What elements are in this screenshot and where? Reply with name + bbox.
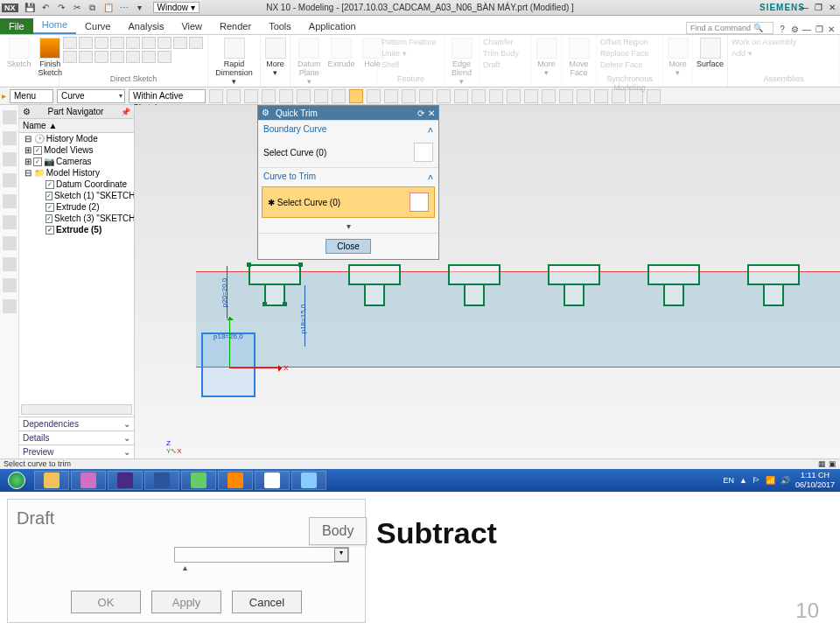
- tree-model-views[interactable]: ⊞ ✓ Model Views: [19, 144, 134, 156]
- rail-ic-3[interactable]: [3, 152, 17, 166]
- start-button[interactable]: [0, 469, 33, 492]
- add-label[interactable]: Add ▾: [732, 48, 836, 60]
- sel-ic-4[interactable]: [262, 89, 276, 103]
- qat-undo-icon[interactable]: ↶: [39, 2, 52, 14]
- edge-blend-button[interactable]: Edge Blend ▾: [448, 37, 475, 87]
- part-nav-preview[interactable]: Preview⌄: [19, 444, 134, 458]
- window-selector[interactable]: Window ▾: [153, 2, 200, 13]
- ribbon-help-icon[interactable]: ?: [777, 24, 788, 34]
- tab-curve[interactable]: Curve: [76, 18, 119, 34]
- taskbar-media[interactable]: [71, 471, 106, 490]
- trim-select-button[interactable]: [410, 192, 429, 212]
- rail-ic-6[interactable]: [3, 215, 17, 229]
- arc-icon[interactable]: [94, 37, 108, 49]
- sel-ic-15[interactable]: [454, 89, 468, 103]
- close-button[interactable]: Close: [326, 239, 371, 254]
- boundary-select-button[interactable]: [414, 143, 433, 162]
- sel-ic-11[interactable]: [384, 89, 398, 103]
- pattern-feature-label[interactable]: Pattern Feature: [382, 37, 440, 48]
- sel-ic-22[interactable]: [577, 89, 591, 103]
- rail-ic-4[interactable]: [3, 173, 17, 187]
- sel-ic-8[interactable]: [332, 89, 346, 103]
- more-sync-button[interactable]: More ▾: [667, 37, 689, 78]
- cancel-button[interactable]: Cancel: [232, 591, 302, 613]
- ribbon-options-icon[interactable]: ⚙: [789, 24, 800, 34]
- chamfer-label[interactable]: Chamfer: [483, 37, 528, 48]
- tray-lang[interactable]: EN: [724, 476, 735, 485]
- sel-ic-12[interactable]: [402, 89, 416, 103]
- sel-ic-19[interactable]: [524, 89, 538, 103]
- tab-analysis[interactable]: Analysis: [119, 18, 172, 34]
- part-nav-gear-icon[interactable]: ⚙: [23, 107, 31, 116]
- surface-button[interactable]: Surface: [696, 37, 724, 69]
- graphics-area[interactable]: ⚙ Quick Trim ⟳ ✕ Boundary Curveʌ Select …: [135, 105, 840, 458]
- collapse-caret[interactable]: ▾: [258, 220, 438, 233]
- trim1-icon[interactable]: [189, 37, 203, 49]
- sel-ic-16[interactable]: [472, 89, 486, 103]
- ok-button[interactable]: OK: [71, 591, 141, 613]
- qat-paste-icon[interactable]: 📋: [102, 2, 115, 14]
- sel-ic-18[interactable]: [507, 89, 521, 103]
- dialog-reset-icon[interactable]: ⟳: [417, 108, 424, 118]
- minimize-button[interactable]: —: [798, 3, 810, 12]
- close-button[interactable]: ✕: [826, 3, 838, 12]
- part-nav-col-name[interactable]: Name ▲: [19, 119, 134, 133]
- tree-history-mode[interactable]: ⊟ 🕑 History Mode: [19, 133, 134, 144]
- trim-body-label[interactable]: Trim Body: [483, 48, 528, 60]
- work-on-assembly-label[interactable]: Work on Assembly: [732, 37, 836, 48]
- rail-ic-8[interactable]: [3, 257, 17, 271]
- sel-ic-21[interactable]: [559, 89, 573, 103]
- taskbar-player[interactable]: [108, 471, 143, 490]
- taskbar-paint[interactable]: [291, 471, 326, 490]
- profile-icon[interactable]: [63, 37, 77, 49]
- taskbar-orange[interactable]: [218, 471, 253, 490]
- boundary-curve-header[interactable]: Boundary Curveʌ: [258, 120, 438, 137]
- menu-dropdown[interactable]: Menu ▾: [10, 89, 53, 103]
- draft-dropdown-icon[interactable]: ▾: [334, 548, 348, 562]
- rail-ic-5[interactable]: [3, 194, 17, 208]
- taskbar-green[interactable]: [181, 471, 216, 490]
- tree-model-history[interactable]: ⊟ 📁 Model History: [19, 167, 134, 178]
- sel-ic-13[interactable]: [419, 89, 433, 103]
- cons1-icon[interactable]: [79, 51, 93, 63]
- cons2-icon[interactable]: [94, 51, 108, 63]
- tab-view[interactable]: View: [172, 18, 211, 34]
- rail-ic-7[interactable]: [3, 236, 17, 250]
- curve-to-trim-body[interactable]: ✱ Select Curve (0): [262, 186, 435, 218]
- tree-sketch-3[interactable]: ✓ Sketch (3) "SKETCH: [19, 213, 134, 224]
- sel-ic-23[interactable]: [594, 89, 608, 103]
- dialog-close-icon[interactable]: ✕: [428, 108, 435, 118]
- qat-save-icon[interactable]: 💾: [24, 2, 36, 14]
- cons5-icon[interactable]: [142, 51, 156, 63]
- unite-label[interactable]: Unite ▾: [382, 48, 440, 60]
- ribbon-restore-icon[interactable]: ❐: [814, 24, 824, 34]
- tray-wifi-icon[interactable]: 📶: [766, 476, 775, 485]
- maximize-button[interactable]: ❐: [812, 3, 824, 12]
- dialog-title-bar[interactable]: ⚙ Quick Trim ⟳ ✕: [258, 106, 438, 120]
- tab-application[interactable]: Application: [300, 18, 365, 34]
- rail-ic-9[interactable]: [3, 278, 17, 292]
- ribbon-close-icon[interactable]: ✕: [826, 24, 836, 34]
- tree-extrude-2[interactable]: ✓ Extrude (2): [19, 201, 134, 213]
- tab-tools[interactable]: Tools: [260, 18, 300, 34]
- sketch-button[interactable]: Sketch: [4, 37, 35, 78]
- part-nav-pin-icon[interactable]: 📌: [121, 108, 130, 116]
- point-icon[interactable]: [126, 37, 140, 49]
- tab-render[interactable]: Render: [211, 18, 260, 34]
- tray-net-icon[interactable]: 🏳: [752, 476, 760, 485]
- curve-to-trim-header[interactable]: Curve to Trimʌ: [258, 167, 438, 185]
- trim2-icon[interactable]: [63, 51, 77, 63]
- taskbar-explorer[interactable]: [34, 471, 69, 490]
- more-feature-button[interactable]: More ▾: [536, 37, 557, 78]
- cons6-icon[interactable]: [158, 51, 172, 63]
- sel-ic-6[interactable]: [297, 89, 311, 103]
- taskbar-nx[interactable]: [255, 471, 290, 490]
- replace-face-label[interactable]: Replace Face: [600, 48, 659, 60]
- tree-datum[interactable]: ✓ Datum Coordinate: [19, 178, 134, 190]
- offset-region-label[interactable]: Offset Region: [600, 37, 659, 48]
- line-icon[interactable]: [79, 37, 93, 49]
- apply-button[interactable]: Apply: [151, 591, 221, 613]
- tree-sketch-1[interactable]: ✓ Sketch (1) "SKETCH: [19, 190, 134, 201]
- rect-icon[interactable]: [158, 37, 172, 49]
- rail-ic-2[interactable]: [3, 131, 17, 145]
